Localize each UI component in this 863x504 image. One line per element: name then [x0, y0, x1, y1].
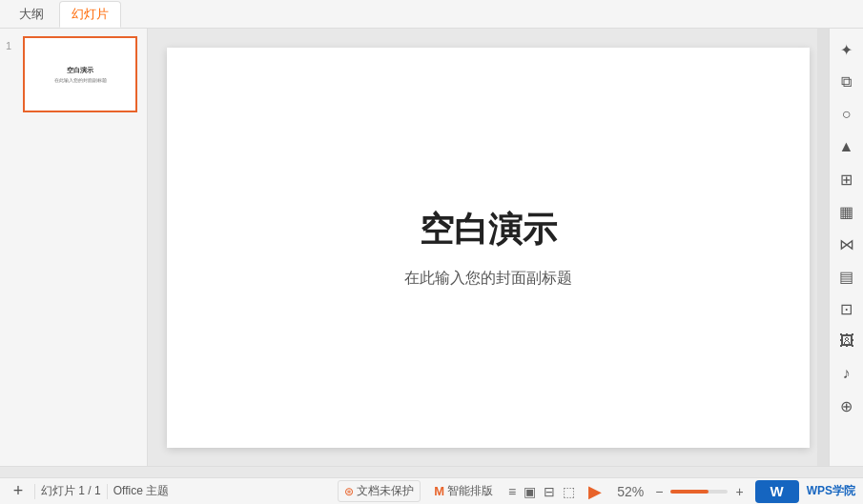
- slide-canvas[interactable]: 空白演示 在此输入您的封面副标题: [167, 48, 810, 448]
- slide-number: 1: [6, 40, 19, 51]
- status-left: + 幻灯片 1 / 1 Office 主题: [8, 481, 169, 502]
- smart-art-icon[interactable]: ⋈: [833, 231, 860, 257]
- zoom-plus-button[interactable]: +: [731, 482, 747, 501]
- vertical-scrollbar[interactable]: [817, 29, 829, 466]
- chart-icon[interactable]: ▦: [833, 198, 860, 225]
- ai-icon[interactable]: ✦: [833, 36, 860, 63]
- thumb-title: 空白演示: [67, 66, 93, 75]
- shape-icon[interactable]: ○: [833, 101, 860, 128]
- horizontal-scrollbar[interactable]: [0, 466, 863, 477]
- protection-icon: ⊛: [344, 485, 354, 498]
- grid-icon[interactable]: ⊞: [833, 166, 860, 192]
- main-area: 1 空白演示 在此输入您的封面副标题 空白演示 在此输入您的封面副标题 ✦ ⧉ …: [0, 29, 863, 466]
- tab-slides[interactable]: 幻灯片: [59, 1, 121, 28]
- center-area: 空白演示 在此输入您的封面副标题: [148, 29, 829, 466]
- wps-label[interactable]: WPS学院: [807, 483, 855, 499]
- thumb-subtitle: 在此输入您的封面副标题: [54, 77, 107, 83]
- media-icon[interactable]: ⊡: [833, 295, 860, 322]
- zoom-control: 52% − +: [613, 482, 747, 501]
- slide-main-title: 空白演示: [420, 207, 557, 253]
- table-icon[interactable]: ▤: [833, 263, 860, 290]
- copy-icon[interactable]: ⧉: [833, 69, 860, 95]
- volume-icon[interactable]: ♪: [833, 360, 860, 387]
- slide-subtitle: 在此输入您的封面副标题: [404, 269, 572, 289]
- add-slide-button[interactable]: +: [8, 481, 29, 502]
- view-icon-grid[interactable]: ▣: [522, 482, 538, 501]
- smart-badge[interactable]: M 智能排版: [428, 481, 499, 501]
- right-sidebar: ✦ ⧉ ○ ▲ ⊞ ▦ ⋈ ▤ ⊡ 🖼 ♪ ⊕: [829, 29, 863, 466]
- protection-badge[interactable]: ⊛ 文档未保护: [338, 480, 421, 502]
- smart-icon: M: [434, 484, 444, 498]
- status-right: ⊛ 文档未保护 M 智能排版 ≡ ▣ ⊟ ⬚ ▶ 52% − + W WPS学院: [338, 479, 855, 504]
- view-icon-full[interactable]: ⬚: [561, 482, 577, 501]
- zoom-slider[interactable]: [670, 490, 728, 494]
- scrollbar-track: [0, 467, 863, 477]
- slide-count-label: 幻灯片 1 / 1: [41, 483, 101, 499]
- zoom-slider-fill: [670, 490, 709, 494]
- play-button[interactable]: ▶: [585, 479, 606, 504]
- image-icon[interactable]: 🖼: [833, 328, 860, 354]
- theme-label[interactable]: Office 主题: [113, 483, 169, 499]
- slide-thumb-row: 1 空白演示 在此输入您的封面副标题: [6, 36, 141, 112]
- slide-thumbnail[interactable]: 空白演示 在此输入您的封面副标题: [23, 36, 137, 112]
- view-icon-split[interactable]: ⊟: [542, 482, 557, 501]
- smart-label: 智能排版: [447, 483, 493, 499]
- status-bar: + 幻灯片 1 / 1 Office 主题 ⊛ 文档未保护 M 智能排版 ≡ ▣…: [0, 477, 863, 504]
- wps-badge-icon: W: [771, 483, 784, 499]
- divider2: [107, 484, 108, 499]
- tab-bar: 大纲 幻灯片: [0, 0, 863, 29]
- view-icons: ≡ ▣ ⊟ ⬚: [506, 482, 577, 501]
- more-tools-icon[interactable]: ⊕: [833, 393, 860, 419]
- wps-badge[interactable]: W: [755, 480, 799, 503]
- protection-label: 文档未保护: [357, 483, 414, 499]
- canvas-wrapper: 空白演示 在此输入您的封面副标题: [148, 29, 829, 466]
- zoom-minus-button[interactable]: −: [651, 482, 667, 501]
- slide-panel: 1 空白演示 在此输入您的封面副标题: [0, 29, 148, 466]
- text-format-icon[interactable]: ▲: [833, 133, 860, 160]
- zoom-percent-label: 52%: [613, 482, 647, 501]
- view-icon-list[interactable]: ≡: [506, 482, 518, 501]
- divider: [34, 484, 35, 499]
- tab-outline[interactable]: 大纲: [8, 2, 55, 27]
